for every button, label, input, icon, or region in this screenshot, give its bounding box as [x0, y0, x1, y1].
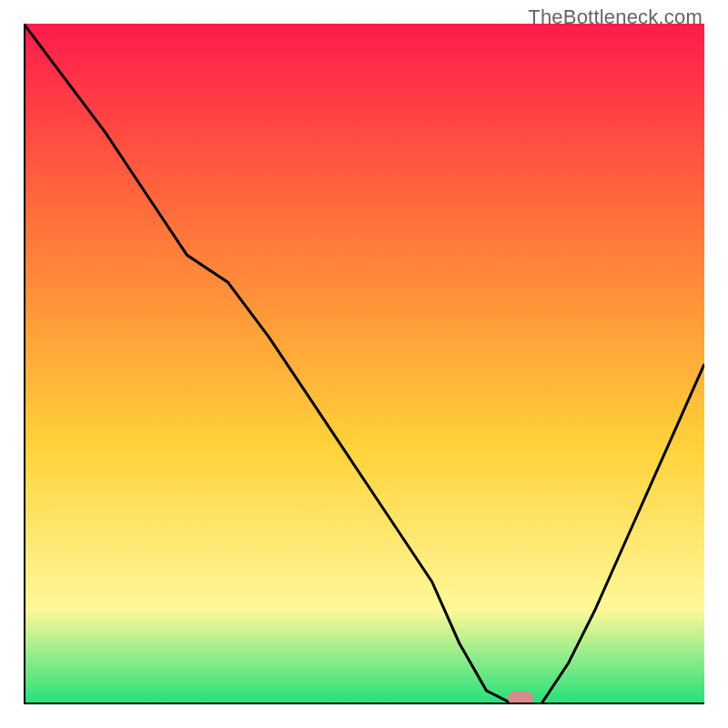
optimal-marker — [508, 692, 533, 704]
chart-container: TheBottleneck.com — [0, 0, 728, 728]
plot-svg — [24, 24, 704, 704]
gradient-background — [24, 24, 704, 704]
plot-area — [24, 24, 704, 704]
